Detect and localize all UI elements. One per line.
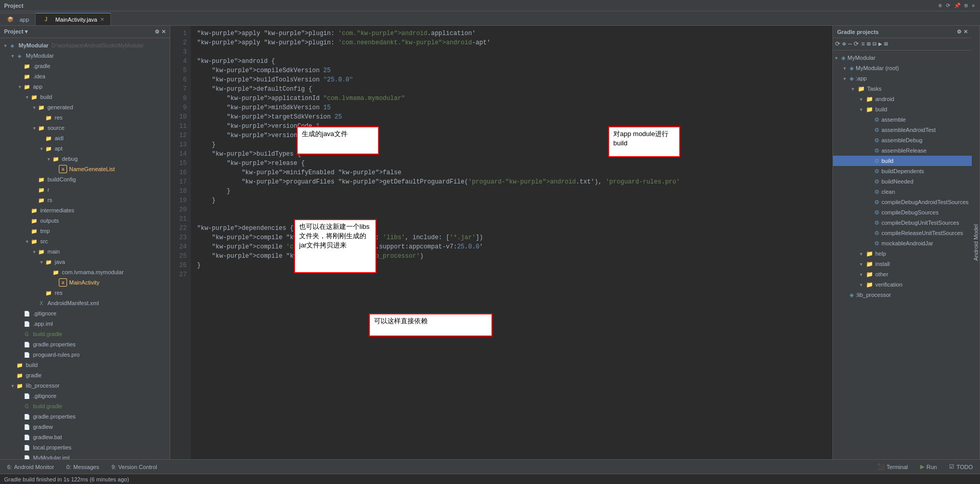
sidebar-item-24[interactable]: X AndroidManifest.xml (0, 298, 170, 308)
sidebar-item-2[interactable]: 📁 .idea (0, 71, 170, 81)
sidebar-item-4[interactable]: ▾ 📁 build (0, 92, 170, 102)
gradle-item-15[interactable]: ⚙ compileDebugSources (833, 207, 972, 218)
code-line-22: "kw-purple">dependencies { (197, 224, 826, 233)
sidebar-item-13[interactable]: 📁 r (0, 185, 170, 195)
tab-bar: 📦 app J MainActivity.java ✕ (0, 11, 980, 26)
gradle-item-8[interactable]: ⚙ assembleDebug (833, 135, 972, 145)
messages-label: Messages (73, 464, 99, 470)
sidebar-item-20[interactable]: ▾ 📁 java (0, 257, 170, 267)
tab-app[interactable]: 📦 app (0, 13, 36, 25)
gradle-item-9[interactable]: ⚙ assembleRelease (833, 145, 972, 156)
sidebar-item-36[interactable]: 📄 gradlew (0, 422, 170, 432)
gradle-item-10[interactable]: ⚙ build (833, 156, 972, 166)
sidebar-item-3[interactable]: ▾ 📁 app (0, 81, 170, 92)
terminal-icon: ⬛ (877, 463, 885, 470)
sidebar-item-34[interactable]: G build.gradle (0, 401, 170, 411)
tab-messages[interactable]: 0: Messages (63, 463, 102, 471)
sidebar-item-18[interactable]: ▾ 📁 src (0, 236, 170, 246)
tab-mainactivity[interactable]: J MainActivity.java ✕ (36, 13, 111, 25)
gradle-settings-icon[interactable]: ⚙ (957, 29, 961, 35)
gradle-item-5[interactable]: ▾ 📁 build (833, 104, 972, 114)
gradle-item-6[interactable]: ⚙ assemble (833, 114, 972, 125)
sidebar-item-19[interactable]: ▾ 📁 main (0, 246, 170, 257)
tab-android-monitor[interactable]: 6: Android Monitor (4, 463, 57, 471)
sidebar-item-38[interactable]: 📄 local.properties (0, 442, 170, 453)
gradle-item-3[interactable]: ▾ 📁 Tasks (833, 84, 972, 94)
sidebar-item-10[interactable]: ▾ 📁 debug (0, 154, 170, 164)
sidebar-item-7[interactable]: ▾ 📁 source (0, 123, 170, 133)
sidebar-item-17[interactable]: 📁 tmp (0, 226, 170, 236)
sidebar-item-8[interactable]: 📁 aidl (0, 133, 170, 143)
gradle-sync-icon[interactable]: ⟳ (854, 40, 859, 48)
tab-terminal[interactable]: ⬛ Terminal (874, 462, 911, 471)
sidebar-item-14[interactable]: 📁 rs (0, 195, 170, 205)
sidebar-item-30[interactable]: 📁 build (0, 360, 170, 370)
close-icon[interactable]: ✕ (971, 3, 976, 9)
sidebar-item-37[interactable]: 📄 gradlew.bat (0, 432, 170, 442)
pin-icon[interactable]: 📌 (953, 3, 961, 9)
tab-version-control[interactable]: 9: Version Control (108, 463, 160, 471)
sidebar-root[interactable]: ▾◈MyModularD:\workspace\AndroidStudio\My… (0, 40, 170, 51)
gradle-item-14[interactable]: ⚙ compileDebugAndroidTestSources (833, 197, 972, 207)
gradle-collapse-icon[interactable]: ⊟ (873, 40, 876, 48)
gradle-item-20[interactable]: ▾ 📁 install (833, 259, 972, 269)
sidebar-item-39[interactable]: 📄 MyModular.iml (0, 453, 170, 459)
tab-run[interactable]: ▶ Run (917, 462, 940, 471)
gradle-item-12[interactable]: ⚙ buildNeeded (833, 176, 972, 187)
gradle-item-16[interactable]: ⚙ compileDebugUnitTestSources (833, 218, 972, 228)
sidebar-item-0[interactable]: ▾ ◈ MyModular (0, 51, 170, 61)
sidebar-gear-icon[interactable]: ⚙ (155, 29, 159, 35)
sync-icon[interactable]: ⟳ (945, 3, 951, 9)
gradle-minus-icon[interactable]: — (848, 41, 852, 48)
gradle-item-21[interactable]: ▾ 📁 other (833, 269, 972, 279)
gradle-item-0[interactable]: ▾ ◈ MyModular (833, 53, 972, 63)
sidebar-item-16[interactable]: 📁 outputs (0, 215, 170, 226)
sidebar-item-27[interactable]: G build.gradle (0, 329, 170, 339)
gradle-item-7[interactable]: ⚙ assembleAndroidTest (833, 125, 972, 135)
sidebar-item-29[interactable]: 📄 proguard-rules.pro (0, 349, 170, 360)
sidebar-item-21[interactable]: 📁 com.lvmama.mymodular (0, 267, 170, 277)
android-model-label[interactable]: Android Model (972, 26, 980, 459)
sidebar-item-28[interactable]: 📄 gradle.properties (0, 339, 170, 349)
sidebar-item-26[interactable]: 📄 .app.iml (0, 319, 170, 329)
gradle-item-22[interactable]: ▾ 📁 verification (833, 279, 972, 290)
sidebar-item-12[interactable]: 📁 buildConfig (0, 174, 170, 185)
gradle-item-23[interactable]: ◈ :lib_processor (833, 290, 972, 300)
gradle-item-1[interactable]: ▾ ◈ MyModular (root) (833, 63, 972, 73)
gradle-expand-icon[interactable]: ⊞ (867, 40, 871, 48)
sidebar-item-6[interactable]: 📁 res (0, 112, 170, 123)
settings-icon[interactable]: ⊞ (963, 3, 969, 9)
gradle-item-18[interactable]: ⚙ mockableAndroidJar (833, 238, 972, 248)
sidebar-item-33[interactable]: 📄 .gitignore (0, 391, 170, 401)
sidebar-item-35[interactable]: 📄 gradle.properties (0, 411, 170, 422)
gradle-run-icon[interactable]: ▶ (878, 40, 882, 48)
sidebar-item-32[interactable]: ▾ 📁 lib_processor (0, 380, 170, 391)
sidebar-item-23[interactable]: 📁 res (0, 288, 170, 298)
top-bar-icons: ⚙ ⟳ 📌 ⊞ ✕ (938, 3, 976, 9)
gradle-layout-icon[interactable]: ⊞ (884, 40, 888, 48)
sidebar-item-22[interactable]: a MainActivity (0, 277, 170, 288)
sidebar-close-icon[interactable]: ✕ (161, 29, 166, 35)
gradle-item-17[interactable]: ⚙ compileReleaseUnitTestSources (833, 228, 972, 238)
gradle-add-icon[interactable]: ⊕ (842, 40, 846, 48)
sidebar-item-1[interactable]: 📁 .gradle (0, 61, 170, 71)
gradle-list-icon[interactable]: ≡ (861, 41, 864, 48)
sidebar-item-11[interactable]: a NameGeneateList (0, 164, 170, 174)
gradle-item-19[interactable]: ▾ 📁 help (833, 248, 972, 259)
code-line-16: "kw-purple">minifyEnabled "kw-purple">fa… (197, 168, 826, 177)
gradle-item-11[interactable]: ⚙ buildDependents (833, 166, 972, 176)
code-content[interactable]: "kw-purple">apply "kw-purple">plugin: 'c… (191, 26, 832, 459)
gradle-item-4[interactable]: ▾ 📁 android (833, 94, 972, 104)
gradle-item-2[interactable]: ▾ ◈ :app (833, 73, 972, 84)
gradle-item-13[interactable]: ⚙ clean (833, 187, 972, 197)
tab-close-icon[interactable]: ✕ (100, 16, 104, 22)
sidebar-item-15[interactable]: 📁 intermediates (0, 205, 170, 215)
sidebar-item-31[interactable]: 📁 gradle (0, 370, 170, 380)
tab-todo[interactable]: ☑ TODO (946, 462, 976, 471)
gradle-refresh-icon[interactable]: ⟳ (835, 40, 840, 48)
sidebar-item-25[interactable]: 📄 .gitignore (0, 308, 170, 319)
sidebar-item-5[interactable]: ▾ 📁 generated (0, 102, 170, 112)
gradle-close-icon[interactable]: ✕ (963, 29, 968, 35)
gear-icon[interactable]: ⚙ (938, 3, 943, 9)
sidebar-item-9[interactable]: ▾ 📁 apt (0, 143, 170, 154)
